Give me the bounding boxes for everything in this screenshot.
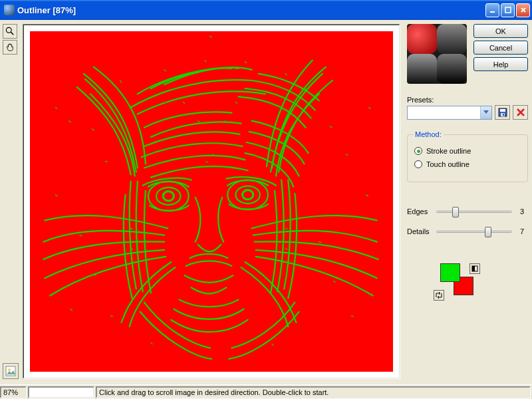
thumbnail-toggle-button[interactable] — [3, 363, 19, 379]
method-group: Method: Stroke outline Touch outline — [407, 134, 528, 182]
svg-rect-12 — [500, 109, 505, 112]
stroke-outline-radio[interactable]: Stroke outline — [414, 147, 521, 155]
floppy-icon — [498, 108, 507, 117]
svg-point-18 — [8, 368, 11, 371]
touch-outline-label: Touch outline — [426, 160, 469, 168]
status-bar: 87% Click and drag to scroll image in de… — [0, 384, 532, 399]
touch-outline-radio[interactable]: Touch outline — [414, 160, 521, 168]
edges-label: Edges — [407, 207, 432, 215]
edges-slider[interactable] — [436, 205, 512, 218]
preview-frame — [23, 24, 400, 379]
details-label: Details — [407, 227, 432, 235]
details-value: 7 — [516, 227, 528, 235]
plugin-logo — [407, 24, 467, 84]
svg-rect-4 — [30, 31, 393, 372]
cancel-button[interactable]: Cancel — [473, 41, 528, 55]
svg-point-2 — [6, 27, 11, 33]
presets-label: Presets: — [407, 96, 434, 104]
presets-dropdown-arrow[interactable] — [480, 106, 491, 119]
foreground-color-swatch[interactable] — [440, 263, 460, 282]
x-icon — [516, 108, 525, 117]
window-title: Outliner [87%] — [17, 5, 485, 15]
edges-value: 3 — [516, 207, 528, 215]
details-slider[interactable] — [436, 225, 512, 238]
zoom-tool[interactable] — [3, 24, 17, 39]
status-zoom: 87% — [0, 386, 27, 398]
minimize-button[interactable] — [485, 3, 499, 17]
color-mode-button[interactable] — [469, 263, 480, 274]
thumbnail-icon — [5, 366, 16, 376]
toolbox — [3, 24, 19, 56]
delete-preset-button[interactable] — [513, 105, 528, 120]
swap-colors-button[interactable] — [434, 290, 444, 301]
zoom-icon — [5, 27, 15, 36]
svg-rect-1 — [505, 7, 511, 13]
chevron-down-icon — [483, 110, 489, 114]
status-progress — [28, 386, 94, 398]
mode-icon — [471, 265, 478, 272]
svg-rect-16 — [472, 266, 475, 271]
method-legend: Method: — [413, 130, 444, 138]
swap-icon — [435, 291, 443, 299]
preview-canvas[interactable] — [30, 31, 393, 372]
radio-icon — [414, 147, 422, 155]
help-button[interactable]: Help — [473, 57, 528, 71]
svg-rect-14 — [503, 114, 504, 116]
radio-icon — [414, 160, 422, 168]
hand-tool[interactable] — [3, 40, 17, 55]
app-icon — [4, 5, 15, 15]
color-swatches — [434, 263, 480, 301]
stroke-outline-label: Stroke outline — [426, 147, 471, 155]
presets-combo[interactable] — [407, 106, 492, 120]
ok-button[interactable]: OK — [473, 24, 528, 38]
status-hint: Click and drag to scroll image in desire… — [96, 386, 531, 398]
save-preset-button[interactable] — [495, 105, 510, 120]
hand-icon — [5, 43, 15, 52]
svg-line-3 — [11, 32, 13, 35]
title-bar: Outliner [87%] — [0, 0, 532, 20]
svg-rect-0 — [490, 11, 495, 13]
close-button[interactable] — [516, 3, 530, 17]
maximize-button[interactable] — [501, 3, 515, 17]
